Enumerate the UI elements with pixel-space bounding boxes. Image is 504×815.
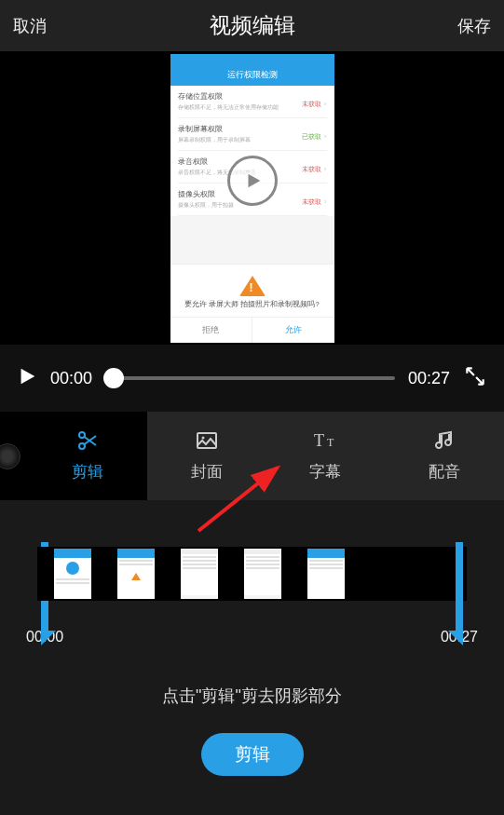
play-button[interactable] — [17, 366, 37, 390]
progress-slider[interactable] — [105, 376, 395, 380]
tab-subtitle[interactable]: T T 字幕 — [266, 412, 386, 500]
svg-point-1 — [79, 443, 85, 449]
timeline-track[interactable] — [37, 547, 467, 601]
svg-point-3 — [201, 437, 204, 440]
timeline-thumb — [54, 549, 91, 599]
save-button[interactable]: 保存 — [457, 15, 491, 37]
tab-trim-label: 剪辑 — [72, 461, 103, 482]
video-preview[interactable]: 运行权限检测 存储位置权限 存储权限不足，将无法正常使用存储功能 未获取› 录制… — [0, 51, 504, 345]
scissors-icon — [75, 429, 101, 452]
fullscreen-button[interactable] — [463, 364, 487, 392]
tool-tabs: 剪辑 封面 T T 字幕 配音 — [0, 412, 504, 500]
duration-time: 00:27 — [408, 369, 450, 388]
timeline-thumb — [117, 549, 155, 599]
progress-knob[interactable] — [103, 368, 124, 388]
preview-frame: 运行权限检测 存储位置权限 存储权限不足，将无法正常使用存储功能 未获取› 录制… — [170, 54, 334, 343]
hint-text: 点击"剪辑"剪去阴影部分 — [0, 685, 504, 707]
lens-icon — [0, 443, 20, 469]
tab-trim[interactable]: 剪辑 — [28, 412, 147, 500]
trim-handle-end[interactable] — [456, 542, 463, 631]
warning-icon — [239, 276, 266, 296]
image-icon — [194, 429, 220, 452]
timeline-thumb — [244, 549, 281, 599]
preview-title: 运行权限检测 — [170, 65, 334, 86]
svg-point-0 — [79, 432, 85, 438]
music-icon — [431, 429, 457, 452]
header: 取消 视频编辑 保存 — [0, 0, 504, 51]
trim-action-button[interactable]: 剪辑 — [201, 733, 304, 776]
current-time: 00:00 — [50, 369, 92, 388]
text-icon: T T — [312, 429, 338, 452]
preview-dialog: 要允许 录屏大师 拍摄照片和录制视频吗? 拒绝 允许 — [170, 264, 334, 343]
tab-audio-label: 配音 — [429, 461, 460, 482]
perm-row: 存储位置权限 存储权限不足，将无法正常使用存储功能 未获取› — [178, 86, 327, 118]
page-title: 视频编辑 — [210, 11, 295, 40]
tab-cover-label: 封面 — [191, 461, 223, 482]
lens-button[interactable] — [0, 412, 28, 500]
tab-audio[interactable]: 配音 — [385, 412, 504, 500]
svg-text:T: T — [327, 436, 334, 449]
tab-subtitle-label: 字幕 — [309, 461, 341, 482]
preview-allow: 允许 — [252, 318, 334, 343]
cancel-button[interactable]: 取消 — [13, 15, 47, 37]
timeline: 00:00 00:27 — [0, 500, 504, 645]
timeline-thumb — [181, 549, 218, 599]
preview-deny: 拒绝 — [170, 318, 253, 343]
play-overlay-icon[interactable] — [227, 156, 278, 206]
player-controls: 00:00 00:27 — [0, 345, 504, 412]
svg-text:T: T — [314, 431, 324, 450]
perm-row: 录制屏幕权限 屏幕录制权限，用于录制屏幕 已获取› — [178, 118, 327, 151]
tab-cover[interactable]: 封面 — [147, 412, 266, 500]
timeline-thumb — [307, 549, 345, 599]
